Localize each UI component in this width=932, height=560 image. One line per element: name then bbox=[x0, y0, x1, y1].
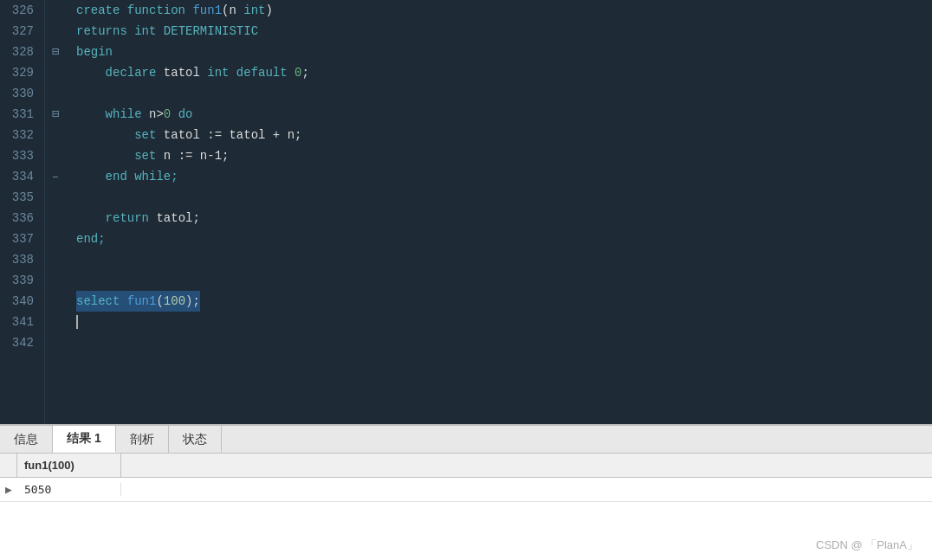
row-indicator: ▶ bbox=[0, 483, 17, 497]
result-header: fun1(100) bbox=[0, 454, 932, 478]
code-line-339 bbox=[76, 270, 932, 291]
code-line-332: set tatol := tatol + n; bbox=[76, 125, 932, 145]
line-number-336: 336 bbox=[7, 208, 34, 229]
fold-gutter: ⊟⊟– bbox=[45, 0, 66, 424]
code-line-329: declare tatol int default 0; bbox=[76, 62, 932, 83]
code-line-333: set n := n-1; bbox=[76, 145, 932, 166]
line-number-332: 332 bbox=[7, 125, 34, 145]
fold-icon-331[interactable]: ⊟ bbox=[52, 104, 59, 125]
fold-gutter-337 bbox=[45, 229, 66, 249]
editor-area: 3263273283293303313323333343353363373383… bbox=[0, 0, 932, 424]
line-number-334: 334 bbox=[7, 166, 34, 187]
code-container: 3263273283293303313323333343353363373383… bbox=[0, 0, 932, 424]
fold-gutter-336 bbox=[45, 208, 66, 229]
fold-gutter-327 bbox=[45, 21, 66, 42]
line-number-333: 333 bbox=[7, 145, 34, 166]
code-line-338 bbox=[76, 249, 932, 270]
tab-剖析[interactable]: 剖析 bbox=[116, 426, 169, 453]
code-line-337: end; bbox=[76, 229, 932, 249]
line-number-329: 329 bbox=[7, 62, 34, 83]
line-number-335: 335 bbox=[7, 187, 34, 208]
result-cell: 5050 bbox=[17, 483, 121, 496]
tab-结果 1[interactable]: 结果 1 bbox=[53, 426, 116, 453]
code-line-330 bbox=[76, 83, 932, 104]
line-number-330: 330 bbox=[7, 83, 34, 104]
fold-gutter-341 bbox=[45, 312, 66, 332]
table-row: ▶5050 bbox=[0, 478, 932, 502]
code-line-342 bbox=[76, 332, 932, 353]
line-number-338: 338 bbox=[7, 249, 34, 270]
fold-gutter-339 bbox=[45, 270, 66, 291]
result-col-header: fun1(100) bbox=[17, 454, 121, 477]
code-line-327: returns int DETERMINISTIC bbox=[76, 21, 932, 42]
fold-gutter-330 bbox=[45, 83, 66, 104]
result-table: fun1(100) ▶5050 bbox=[0, 454, 932, 560]
code-line-341 bbox=[76, 312, 932, 332]
fold-gutter-328[interactable]: ⊟ bbox=[45, 42, 66, 62]
code-line-326: create function fun1(n int) bbox=[76, 0, 932, 21]
fold-gutter-329 bbox=[45, 62, 66, 83]
code-line-331: while n>0 do bbox=[76, 104, 932, 125]
fold-gutter-331[interactable]: ⊟ bbox=[45, 104, 66, 125]
line-number-327: 327 bbox=[7, 21, 34, 42]
fold-gutter-335 bbox=[45, 187, 66, 208]
tab-状态[interactable]: 状态 bbox=[169, 426, 222, 453]
fold-gutter-340 bbox=[45, 291, 66, 312]
code-line-340: select fun1(100); bbox=[76, 291, 932, 312]
code-line-336: return tatol; bbox=[76, 208, 932, 229]
fold-icon-328[interactable]: ⊟ bbox=[52, 42, 59, 62]
line-number-342: 342 bbox=[7, 332, 34, 353]
line-number-331: 331 bbox=[7, 104, 34, 125]
bottom-panel: 信息结果 1剖析状态 fun1(100) ▶5050 bbox=[0, 424, 932, 560]
tab-信息[interactable]: 信息 bbox=[0, 426, 53, 453]
fold-gutter-332 bbox=[45, 125, 66, 145]
line-number-339: 339 bbox=[7, 270, 34, 291]
line-number-340: 340 bbox=[7, 291, 34, 312]
fold-gutter-334: – bbox=[45, 166, 66, 187]
line-number-328: 328 bbox=[7, 42, 34, 62]
watermark: CSDN @ 「PlanA」 bbox=[816, 537, 918, 553]
line-number-337: 337 bbox=[7, 229, 34, 249]
code-line-328: begin bbox=[76, 42, 932, 62]
line-number-341: 341 bbox=[7, 312, 34, 332]
code-line-335 bbox=[76, 187, 932, 208]
line-numbers: 3263273283293303313323333343353363373383… bbox=[0, 0, 45, 424]
fold-gutter-342 bbox=[45, 332, 66, 353]
code-line-334: end while; bbox=[76, 166, 932, 187]
code-lines: create function fun1(n int)returns int D… bbox=[66, 0, 932, 424]
fold-gutter-326 bbox=[45, 0, 66, 21]
fold-gutter-338 bbox=[45, 249, 66, 270]
tabs-bar: 信息结果 1剖析状态 bbox=[0, 426, 932, 454]
result-rows: ▶5050 bbox=[0, 478, 932, 502]
fold-gutter-333 bbox=[45, 145, 66, 166]
line-number-326: 326 bbox=[7, 0, 34, 21]
